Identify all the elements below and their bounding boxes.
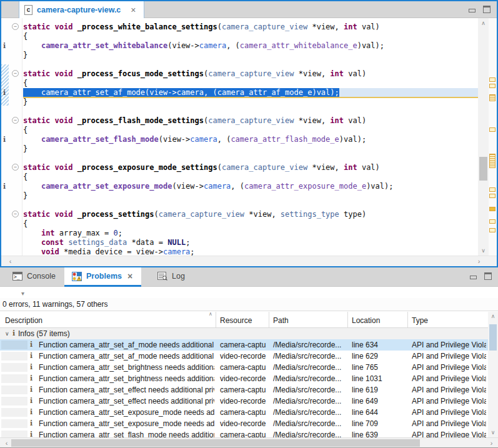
code-line[interactable]: static void _process_focus_mode_settings… — [23, 69, 478, 79]
warning-marker-icon[interactable] — [489, 154, 496, 168]
code-editor[interactable]: −i−i−i−i− static void _process_white_bal… — [1, 18, 497, 256]
warning-marker-icon[interactable] — [489, 228, 496, 232]
view-menu-icon[interactable]: ▾ — [21, 290, 24, 297]
scrollbar-thumb[interactable] — [11, 439, 420, 447]
table-cell: /Media/src/recorde... — [273, 351, 345, 362]
table-row[interactable]: iFunction camera_attr_set_effect needs a… — [0, 384, 488, 396]
table-cell: /Media/src/recorde... — [273, 407, 345, 418]
table-cell: video-recorde... — [220, 418, 266, 429]
warning-marker-icon[interactable] — [489, 194, 496, 198]
code-line[interactable]: static void _process_settings(camera_cap… — [23, 210, 478, 219]
warning-marker-icon[interactable] — [489, 187, 496, 192]
warning-marker-icon[interactable] — [489, 94, 496, 101]
editor-tab-camera-capture-view[interactable]: c camera-capture-view.c × — [19, 1, 144, 18]
fold-collapse-icon[interactable]: − — [12, 211, 19, 217]
chevron-down-icon[interactable]: ∨ — [5, 328, 9, 339]
fold-collapse-icon[interactable]: − — [12, 117, 19, 124]
minimize-button[interactable] — [469, 9, 476, 12]
code-line[interactable] — [23, 154, 478, 163]
bottom-horizontal-scrollbar[interactable]: ‹ › — [0, 437, 498, 448]
warning-marker-icon[interactable] — [489, 219, 496, 224]
info-annotation-icon[interactable]: i — [3, 182, 6, 191]
code-line[interactable]: } — [23, 191, 478, 201]
code-line[interactable]: camera_attr_set_flash_mode(view->camera,… — [23, 135, 478, 144]
table-row[interactable]: iFunction camera_attr_set_brightness nee… — [0, 373, 488, 384]
scroll-left-icon[interactable]: ‹ — [5, 256, 16, 267]
table-cell: Function camera_attr_set_flash_mode need… — [39, 429, 214, 437]
info-annotation-icon[interactable]: i — [3, 42, 6, 50]
code-line[interactable]: camera_attr_set_af_mode(view->camera, (c… — [23, 88, 478, 97]
fold-collapse-icon[interactable]: − — [12, 23, 19, 30]
scroll-left-icon[interactable]: ‹ — [1, 438, 12, 448]
info-annotation-icon[interactable]: i — [3, 89, 6, 97]
scroll-right-icon[interactable]: › — [486, 438, 497, 448]
code-line[interactable] — [23, 107, 478, 116]
warning-marker-icon[interactable] — [489, 77, 496, 82]
code-line[interactable]: static void _process_flash_mode_settings… — [23, 116, 478, 126]
problems-group-row[interactable]: ∨ i Infos (57 items) — [0, 328, 488, 339]
scroll-down-icon[interactable]: ∨ — [478, 246, 489, 256]
scroll-down-icon[interactable]: ∨ — [488, 428, 498, 437]
tab-log-label: Log — [172, 272, 185, 281]
minimize-button[interactable] — [470, 276, 477, 279]
code-line[interactable]: } — [23, 51, 478, 60]
table-vertical-scrollbar[interactable]: ∧ ∨ — [488, 312, 498, 437]
info-annotation-icon[interactable]: i — [3, 136, 6, 144]
table-row[interactable]: iFunction camera_attr_set_exposure_mode … — [0, 418, 488, 429]
code-line[interactable]: const settings_data *data = NULL; — [23, 238, 478, 247]
table-row[interactable]: iFunction camera_attr_set_brightness nee… — [0, 362, 488, 373]
editor-vertical-scrollbar[interactable]: ∧ ∨ — [478, 18, 489, 256]
code-line[interactable]: { — [23, 219, 478, 229]
tab-log[interactable]: Log — [150, 267, 192, 285]
code-line[interactable]: void *media_device = view->camera; — [23, 247, 478, 256]
table-row[interactable]: iFunction camera_attr_set_flash_mode nee… — [0, 429, 488, 437]
table-cell: line 709 — [352, 418, 405, 429]
fold-collapse-icon[interactable]: − — [12, 70, 19, 77]
column-header-resource[interactable]: Resource — [220, 312, 252, 328]
table-row[interactable]: iFunction camera_attr_set_af_mode needs … — [0, 339, 488, 351]
warning-marker-icon[interactable] — [489, 207, 496, 211]
scrollbar-thumb[interactable] — [479, 157, 487, 181]
code-line[interactable]: static void _process_exposure_mode_setti… — [23, 163, 478, 172]
code-line[interactable] — [23, 201, 478, 210]
tree-indent — [1, 352, 27, 361]
code-line[interactable] — [23, 60, 478, 69]
code-line[interactable]: { — [23, 126, 478, 135]
tab-problems-close-icon[interactable]: × — [126, 272, 134, 281]
tab-problems[interactable]: Problems × — [64, 267, 141, 285]
code-line[interactable]: { — [23, 172, 478, 182]
code-line[interactable]: camera_attr_set_whitebalance(view->camer… — [23, 41, 478, 51]
overview-ruler — [489, 18, 497, 256]
maximize-button[interactable] — [484, 272, 492, 280]
warning-marker-icon[interactable] — [489, 127, 496, 132]
fold-collapse-icon[interactable]: − — [12, 164, 19, 171]
scroll-up-icon[interactable]: ∧ — [478, 18, 489, 28]
tab-console[interactable]: >_ Console — [5, 267, 63, 285]
code-line[interactable]: } — [23, 144, 478, 154]
code-line[interactable]: { — [23, 32, 478, 41]
column-header-type[interactable]: Type — [412, 312, 428, 328]
code-line[interactable]: } — [23, 97, 478, 107]
table-cell: Function camera_attr_set_effect needs ad… — [39, 396, 214, 407]
code-line[interactable]: camera_attr_set_exposure_mode(view->came… — [23, 182, 478, 191]
scroll-up-icon[interactable]: ∧ — [488, 312, 498, 321]
column-header-location[interactable]: Location — [352, 312, 380, 328]
table-cell: /Media/src/recorde... — [273, 373, 345, 384]
table-row[interactable]: iFunction camera_attr_set_exposure_mode … — [0, 407, 488, 418]
maximize-button[interactable] — [483, 6, 491, 13]
warning-marker-icon[interactable] — [489, 84, 496, 88]
table-row[interactable]: iFunction camera_attr_set_effect needs a… — [0, 396, 488, 407]
scroll-right-icon[interactable]: › — [474, 256, 484, 267]
column-header-description[interactable]: Description — [5, 312, 42, 328]
table-row[interactable]: iFunction camera_attr_set_af_mode needs … — [0, 351, 488, 362]
info-icon: i — [30, 373, 32, 384]
editor-tab-close-icon[interactable]: × — [129, 6, 137, 14]
editor-horizontal-scrollbar[interactable]: ‹ › — [1, 256, 497, 266]
code-line[interactable]: { — [23, 79, 478, 88]
code-line[interactable]: static void _process_white_balance_setti… — [23, 22, 478, 32]
column-header-path[interactable]: Path — [273, 312, 289, 328]
scrollbar-thumb[interactable] — [489, 324, 497, 351]
tree-indent — [1, 386, 27, 394]
table-cell: API and Privilege Violat — [412, 351, 486, 362]
code-line[interactable]: int array_max = 0; — [23, 229, 478, 238]
